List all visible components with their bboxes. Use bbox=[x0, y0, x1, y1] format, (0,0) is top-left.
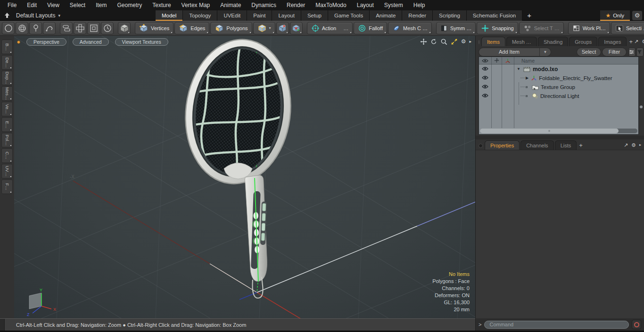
tree-row-mesh[interactable]: ▶ Foldable_Electric_Fly_Swatter bbox=[479, 73, 638, 82]
tab-items[interactable]: Items bbox=[481, 37, 505, 46]
menu-select[interactable]: Select bbox=[65, 0, 91, 10]
command-input[interactable] bbox=[484, 321, 629, 329]
toolbox-uv[interactable]: UV… bbox=[1, 164, 13, 178]
menu-layout[interactable]: Layout bbox=[352, 0, 379, 10]
visibility-eye-icon[interactable] bbox=[482, 75, 488, 80]
add-panel-tab-button[interactable]: + bbox=[578, 142, 584, 150]
layout-switcher-dropdown[interactable]: Default Layouts ▾ bbox=[16, 10, 60, 21]
viewport-shading-button[interactable]: Advanced bbox=[73, 38, 109, 46]
toolbox-falloff[interactable]: F… bbox=[1, 179, 13, 194]
work-plane-button[interactable]: Work Pl… bbox=[568, 22, 610, 34]
record-macro-button[interactable] bbox=[632, 320, 641, 329]
list-options-button[interactable] bbox=[628, 48, 636, 57]
action-center-button[interactable]: Action … bbox=[307, 22, 353, 34]
sphere-tool-button[interactable] bbox=[16, 22, 28, 34]
menu-geometry[interactable]: Geometry bbox=[112, 0, 148, 10]
region-button[interactable] bbox=[87, 22, 100, 34]
toolbox-vertex[interactable]: Ve… bbox=[1, 102, 13, 116]
filter-funnel-icon[interactable] bbox=[636, 48, 644, 57]
menu-help[interactable]: Help bbox=[408, 0, 430, 10]
tab-render[interactable]: Render bbox=[402, 10, 433, 21]
curve-tool-button[interactable] bbox=[43, 22, 56, 34]
tab-properties[interactable]: Properties bbox=[485, 140, 520, 150]
toolbox-duplicate[interactable]: Dup… bbox=[1, 71, 13, 85]
tree-row-texture-group[interactable]: Texture Group bbox=[479, 82, 638, 91]
layout-gear-button[interactable]: ⚙ bbox=[632, 11, 642, 20]
menu-view[interactable]: View bbox=[42, 0, 65, 10]
viewport-canvas[interactable]: Y X Z Perspective Advanced Viewport Text… bbox=[14, 36, 475, 318]
filter-button[interactable]: Filter bbox=[602, 48, 627, 57]
viewport-projection-button[interactable]: Perspective bbox=[26, 38, 66, 46]
center-select-mode-button[interactable] bbox=[290, 22, 303, 34]
tab-shading[interactable]: Shading bbox=[538, 37, 568, 46]
item-select-mode-button[interactable] bbox=[276, 22, 289, 34]
grid-add-button[interactable] bbox=[74, 22, 86, 34]
toolbox-edge[interactable]: E… bbox=[1, 117, 13, 132]
panel-collapse-thumb[interactable] bbox=[479, 144, 483, 148]
tab-topology[interactable]: Topology bbox=[183, 10, 217, 21]
select-button[interactable]: Select bbox=[577, 48, 601, 57]
pin-tool-button[interactable] bbox=[29, 22, 42, 34]
toolbox-basic[interactable]: B… bbox=[1, 40, 13, 54]
expand-panel-icon[interactable]: ↗ bbox=[624, 142, 628, 148]
tree-vertical-scroll-dot[interactable] bbox=[640, 105, 643, 108]
favorites-only-toggle[interactable]: ★ Only bbox=[600, 10, 630, 21]
selection-mode-dropdown[interactable]: ▾ bbox=[253, 22, 275, 34]
zoom-icon[interactable] bbox=[440, 38, 447, 45]
menu-animate[interactable]: Animate bbox=[215, 0, 246, 10]
viewport-rotation-dot-icon[interactable] bbox=[17, 40, 20, 44]
mesh-constraints-button[interactable]: Mesh C … bbox=[388, 22, 432, 34]
selection-sets-button[interactable]: Selecti … bbox=[611, 22, 644, 34]
toolbox-polygon[interactable]: Pol… bbox=[1, 133, 13, 147]
pan-icon[interactable] bbox=[420, 38, 427, 45]
panel-overflow-arrow-icon[interactable]: ▸ bbox=[639, 142, 641, 148]
add-layout-tab-button[interactable]: + bbox=[522, 10, 536, 21]
menu-file[interactable]: File bbox=[2, 0, 22, 10]
viewport-settings-gear-icon[interactable]: ⚙ bbox=[461, 38, 466, 45]
symmetry-button[interactable]: Symm … bbox=[436, 22, 476, 34]
tree-row-directional-light[interactable]: Directional Light bbox=[479, 91, 638, 100]
visibility-eye-icon[interactable] bbox=[482, 66, 488, 71]
ellipse-tool-button[interactable] bbox=[2, 22, 15, 34]
menu-dynamics[interactable]: Dynamics bbox=[246, 0, 281, 10]
select-through-button[interactable]: Select T … bbox=[519, 22, 564, 34]
rotate-icon[interactable] bbox=[430, 38, 437, 45]
tree-row-scene[interactable]: ▼ modo.lxo bbox=[479, 65, 638, 73]
falloff-button[interactable]: Falloff bbox=[354, 22, 387, 34]
edges-mode-button[interactable]: Edges bbox=[174, 22, 209, 34]
tab-game-tools[interactable]: Game Tools bbox=[328, 10, 370, 21]
menu-render[interactable]: Render bbox=[281, 0, 310, 10]
tab-model[interactable]: Model bbox=[156, 10, 183, 21]
tree-horizontal-scrollbar[interactable] bbox=[480, 129, 637, 133]
panel-gear-icon[interactable]: ⚙ bbox=[642, 38, 644, 45]
panel-collapse-thumb[interactable] bbox=[479, 40, 479, 44]
expander-open-icon[interactable]: ▼ bbox=[517, 67, 520, 71]
add-panel-tab-button[interactable]: + bbox=[627, 38, 634, 46]
viewport-menu-arrow-icon[interactable]: ▸ bbox=[469, 38, 471, 45]
visibility-eye-icon[interactable] bbox=[482, 84, 488, 89]
menu-vertex-map[interactable]: Vertex Map bbox=[176, 0, 215, 10]
tab-scripting[interactable]: Scripting bbox=[433, 10, 467, 21]
tab-paint[interactable]: Paint bbox=[247, 10, 272, 21]
expander-closed-icon[interactable]: ▶ bbox=[526, 76, 528, 80]
tab-animate[interactable]: Animate bbox=[370, 10, 402, 21]
viewport-textures-button[interactable]: Viewport Textures bbox=[115, 38, 168, 46]
item-mode-cube-button[interactable] bbox=[118, 22, 131, 34]
tab-groups[interactable]: Groups bbox=[569, 37, 597, 46]
tab-lists[interactable]: Lists bbox=[555, 140, 577, 150]
snapping-button[interactable]: Snapping bbox=[477, 22, 518, 34]
toolbox-curve[interactable]: C… bbox=[1, 148, 13, 163]
toolbox-mesh[interactable]: Mes… bbox=[1, 86, 13, 101]
menu-item[interactable]: Item bbox=[91, 0, 112, 10]
maximize-viewport-icon[interactable] bbox=[451, 38, 458, 45]
vertices-mode-button[interactable]: Vertices bbox=[135, 22, 173, 34]
expand-panel-icon[interactable]: ↗ bbox=[634, 38, 638, 45]
toolbox-deform[interactable]: De… bbox=[1, 55, 13, 70]
menu-maxtomodo[interactable]: MaxToModo bbox=[310, 0, 351, 10]
time-button[interactable] bbox=[101, 22, 114, 34]
name-column-header[interactable]: Name bbox=[514, 58, 535, 64]
visibility-eye-icon[interactable] bbox=[482, 93, 488, 98]
polygons-mode-button[interactable]: Polygons bbox=[210, 22, 252, 34]
menu-system[interactable]: System bbox=[379, 0, 408, 10]
scrollbar-thumb[interactable] bbox=[480, 129, 619, 133]
